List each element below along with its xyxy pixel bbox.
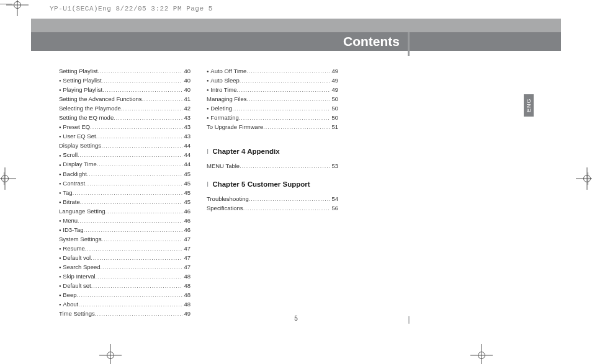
chapter-heading: I Chapter 5 Customer Support [207, 179, 338, 190]
toc-entry-label: MENU Table [207, 162, 240, 171]
crop-line [4, 172, 4, 185]
toc-entry-page: 42 [182, 104, 191, 113]
toc-dots [232, 104, 330, 113]
toc-entry: Display Settings 44 [59, 141, 191, 150]
toc-entry-label: Display Time [59, 160, 97, 169]
title-bar: Contents [31, 32, 561, 51]
toc-dots [85, 179, 182, 188]
toc-entry-label: Skip Interval [59, 272, 96, 281]
toc-entry: System Settings 47 [59, 235, 191, 244]
toc-dots [240, 76, 331, 85]
toc-entry-label: About [59, 300, 78, 309]
toc-entry-page: 40 [182, 86, 191, 94]
toc-entry: Skip Interval 48 [59, 272, 191, 281]
toc-entry-page: 49 [182, 309, 191, 318]
toc-entry-page: 46 [182, 216, 191, 225]
toc-entry-label: Beep [59, 291, 76, 300]
page-number-divider [408, 316, 410, 324]
toc-dots [97, 67, 182, 76]
toc-entry: Bitrate 45 [59, 198, 191, 206]
toc-dots [84, 226, 183, 234]
toc-entry-label: Contrast [59, 179, 85, 188]
toc-dots [237, 86, 331, 94]
page-number: 5 [294, 315, 298, 322]
toc-entry: Auto Off Time 49 [207, 67, 338, 76]
toc-dots [78, 216, 182, 225]
toc-entry-label: Troubleshooting [207, 195, 249, 203]
toc-entry-page: 43 [182, 123, 191, 131]
toc-entry: Managing Files 50 [207, 95, 338, 104]
toc-entry-label: Selecting the Playmode [59, 104, 121, 113]
toc-entry: Setting the Advanced Functions 41 [59, 95, 191, 104]
title-divider [408, 32, 410, 56]
toc-entry-page: 48 [182, 282, 191, 290]
toc-entry: Setting the EQ mode 43 [59, 113, 191, 122]
toc-entry: Menu 46 [59, 216, 191, 225]
toc-entry-page: 48 [182, 291, 191, 300]
toc-entry-label: Default vol [59, 254, 91, 262]
toc-entry: Contrast 45 [59, 179, 191, 188]
crop-mark-icon [0, 167, 16, 190]
toc-entry: Playing Playlist 40 [59, 86, 191, 94]
toc-entry-label: Menu [59, 216, 78, 225]
toc-entry: Time Settings 49 [59, 309, 191, 318]
toc-entry-page: 46 [182, 226, 191, 234]
toc-entry: Display Time 44 [59, 160, 191, 169]
toc-entry-page: 45 [182, 170, 191, 179]
crop-line [0, 4, 12, 4]
toc-entry: Tag 45 [59, 189, 191, 197]
toc-entry: Intro Time 49 [207, 86, 338, 94]
toc-entry-label: Scroll [59, 151, 78, 159]
toc-entry-label: Display Settings [59, 141, 101, 150]
toc-entry-page: 44 [182, 141, 191, 150]
toc-dots [102, 86, 182, 94]
toc-dots [91, 282, 183, 290]
toc-entry-label: Preset EQ [59, 123, 90, 131]
toc-entry-page: 47 [182, 254, 191, 262]
toc-entry: Deleting 50 [207, 104, 338, 113]
toc-dots [102, 76, 183, 85]
toc-dots [142, 95, 183, 104]
toc-dots [246, 67, 330, 76]
toc-entry-page: 45 [182, 198, 191, 206]
toc-entry-label: Resume [59, 244, 85, 253]
toc-entry-page: 45 [182, 189, 191, 197]
page-canvas: Contents ENG Setting Playlist 40Setting … [31, 0, 561, 364]
crop-mark-icon [470, 344, 493, 364]
toc-entry-page: 50 [330, 113, 338, 122]
toc-entry: User EQ Set 43 [59, 132, 191, 141]
toc-dots [114, 113, 182, 122]
toc-entry: Setting Playlist 40 [59, 67, 191, 76]
toc-entry-page: 54 [330, 195, 338, 203]
toc-entry-label: Auto Off Time [207, 67, 246, 76]
toc-entry-label: Default set [59, 282, 91, 290]
toc-entry-label: Setting the EQ mode [59, 113, 114, 122]
toc-entry-label: To Upgrade Firmware [207, 123, 263, 131]
toc-entry-page: 43 [182, 113, 191, 122]
toc-entry: To Upgrade Firmware 51 [207, 123, 338, 131]
toc-entry-page: 48 [182, 272, 191, 281]
toc-entry-page: 47 [182, 263, 191, 272]
toc-entry: Auto Sleep 49 [207, 76, 338, 85]
toc-entry-page: 53 [330, 162, 338, 171]
toc-entry-page: 43 [182, 132, 191, 141]
toc-entry-page: 50 [330, 95, 338, 104]
toc-entry-label: Tag [59, 189, 73, 197]
toc-entry-page: 40 [182, 76, 191, 85]
chapter-heading: I Chapter 4 Appendix [207, 146, 338, 157]
toc-entry-page: 47 [182, 244, 191, 253]
toc-dots [102, 235, 183, 244]
toc-entry-label: Backlight [59, 170, 87, 179]
toc-entry-label: Playing Playlist [59, 86, 102, 94]
toc-dots [91, 254, 182, 262]
toc-dots [97, 160, 183, 169]
toc-dots [85, 244, 183, 253]
toc-entry-page: 46 [182, 207, 191, 216]
toc-entry-label: User EQ Set [59, 132, 96, 141]
toc-dots [249, 195, 331, 203]
chapter-bar-icon: I [207, 148, 209, 155]
toc-entry: Language Setting 46 [59, 207, 191, 216]
toc-entry: Specifications 56 [207, 204, 338, 213]
page-title: Contents [343, 34, 400, 49]
toc-entry-page: 44 [182, 151, 191, 159]
